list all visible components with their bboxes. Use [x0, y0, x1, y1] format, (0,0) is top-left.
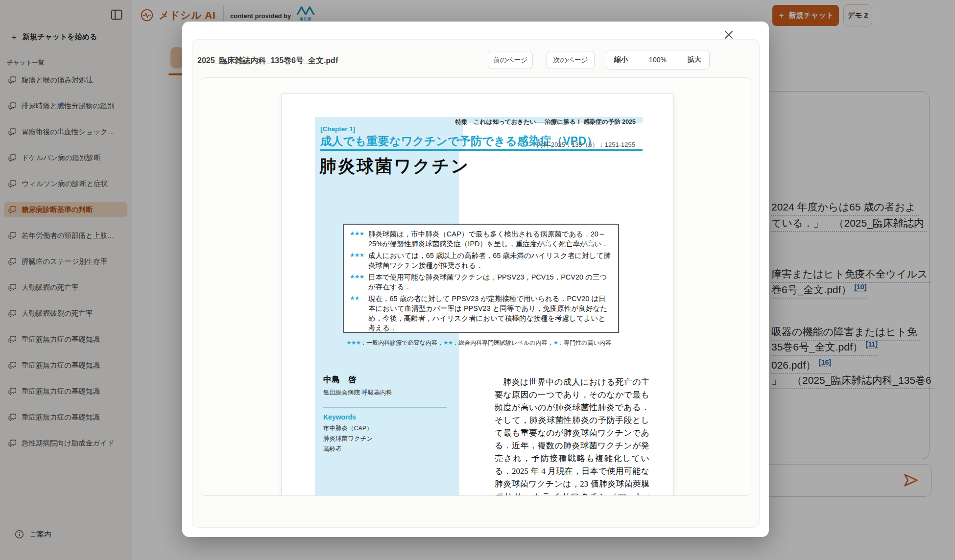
summary-text: 現在，65 歳の者に対して PPSV23 が定期接種で用いられる．PCV20 は… [368, 294, 612, 333]
star-rating: ★★★ [350, 272, 368, 292]
pdf-keyword: 高齢者 [323, 444, 373, 454]
summary-item: ★★ 現在，65 歳の者に対して PPSV23 が定期接種で用いられる．PCV2… [350, 294, 612, 333]
pdf-author-name: 中島 啓 [323, 374, 357, 385]
summary-text: 成人においては，65 歳以上の高齢者，65 歳未満のハイリスク者に対して肺炎球菌… [368, 251, 612, 270]
pdf-title-underline [320, 149, 643, 151]
pdf-viewer-modal: 2025_臨床雑誌内科_135巻6号_全文.pdf 前のページ 次のページ 縮小… [182, 22, 769, 537]
previous-page-button[interactable]: 前のページ [488, 51, 533, 69]
summary-text: 肺炎球菌は，市中肺炎（CAP）で最も多く検出される病原菌である．20～25%が侵… [368, 229, 612, 249]
star-rating: ★★ [350, 294, 368, 333]
summary-text: 日本で使用可能な肺炎球菌ワクチンは，PPSV23，PCV15，PCV20 の三つ… [368, 272, 612, 292]
zoom-controls: 縮小 100% 拡大 [606, 50, 710, 70]
pdf-keywords-label: Keywords [323, 413, 356, 421]
zoom-in-button[interactable]: 拡大 [688, 55, 701, 64]
pdf-chapter-label: [Chapter 1] [320, 125, 355, 133]
pdf-body-text: 肺炎は世界中の成人における死亡の主要な原因の一つであり，そのなかで最も頻度が高い… [495, 376, 649, 496]
pdf-summary-box: ★★★ 肺炎球菌は，市中肺炎（CAP）で最も多く検出される病原菌である．20～2… [343, 224, 619, 333]
zoom-out-button[interactable]: 縮小 [614, 55, 628, 64]
summary-item: ★★★ 肺炎球菌は，市中肺炎（CAP）で最も多く検出される病原菌である．20～2… [350, 229, 612, 249]
summary-item: ★★★ 成人においては，65 歳以上の高齢者，65 歳未満のハイリスク者に対して… [350, 251, 612, 270]
star-rating: ★★★ [350, 251, 368, 270]
pdf-keywords-list: 市中肺炎（CAP） 肺炎球菌ワクチン 高齢者 [323, 423, 373, 454]
next-page-button[interactable]: 次のページ [547, 51, 595, 69]
pdf-feature-banner: 特集 これは知っておきたい──治療に勝る！ 感染症の予防 2025 [315, 118, 640, 126]
pdf-page: 特集 これは知っておきたい──治療に勝る！ 感染症の予防 2025 [Chapt… [281, 93, 674, 496]
zoom-level: 100% [649, 56, 667, 64]
legend-part: ★★★：一般内科診療で必要な内容， [346, 339, 443, 347]
pdf-author-divider [323, 407, 447, 408]
legend-part: ★★：総合内科専門医試験レベルの内容， [443, 339, 553, 347]
pdf-keyword: 肺炎球菌ワクチン [323, 434, 373, 444]
pdf-file-title: 2025_臨床雑誌内科_135巻6号_全文.pdf [197, 56, 338, 66]
close-icon [723, 29, 734, 40]
summary-item: ★★★ 日本で使用可能な肺炎球菌ワクチンは，PPSV23，PCV15，PCV20… [350, 272, 612, 292]
legend-part: ★：専門性の高い内容 [553, 339, 611, 347]
pdf-keyword: 市中肺炎（CAP） [323, 423, 373, 434]
pdf-viewport[interactable]: 特集 これは知っておきたい──治療に勝る！ 感染症の予防 2025 [Chapt… [201, 77, 750, 496]
pdf-journal-citation: 内科 2025：135（6）：1251-1255 [463, 140, 639, 149]
pdf-star-legend: ★★★：一般内科診療で必要な内容， ★★：総合内科専門医試験レベルの内容， ★：… [346, 339, 611, 347]
pdf-author-affiliation: 亀田総合病院 呼吸器内科 [323, 389, 392, 397]
pdf-article-title: 肺炎球菌ワクチン [319, 155, 470, 178]
app-root: ＋ 新規チャットを始める チャット一覧 腹痛と喉の痛み対処法 [0, 0, 955, 560]
star-rating: ★★★ [350, 229, 368, 249]
